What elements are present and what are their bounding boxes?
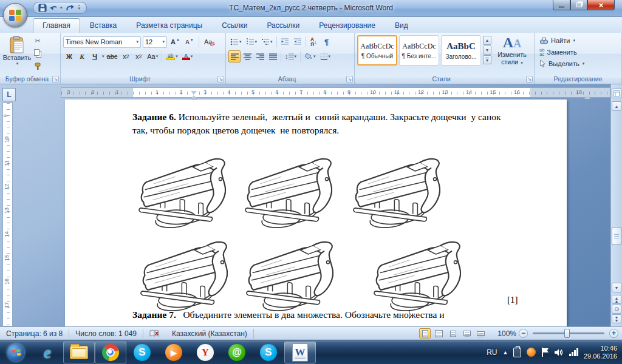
tab-ribbon-3[interactable]: Ссылки: [212, 18, 257, 33]
style-card-normal[interactable]: AaBbCcDc ¶ Обычный: [357, 35, 397, 66]
strikethrough-button[interactable]: abc: [105, 50, 120, 62]
next-page-button[interactable]: ▼▼: [612, 314, 621, 323]
task6-paragraph[interactable]: Задание 6. Используйте зеленый, желтый и…: [132, 110, 533, 137]
increase-indent-button[interactable]: [292, 36, 304, 48]
taskbar-explorer-icon[interactable]: [63, 342, 95, 363]
align-center-button[interactable]: [241, 50, 253, 62]
styles-scroll-down-button[interactable]: ▼: [483, 46, 491, 55]
tab-ribbon-6[interactable]: Вид: [385, 18, 418, 33]
previous-page-button[interactable]: ▲▲: [612, 295, 621, 304]
zoom-in-button[interactable]: +: [609, 329, 618, 338]
sled-drawing[interactable]: [243, 153, 350, 235]
sort-button[interactable]: АЯ ↓: [308, 36, 320, 48]
proofing-status[interactable]: [143, 327, 166, 340]
task7-paragraph[interactable]: Задание 7. Объедините элементы в два мно…: [132, 308, 533, 322]
sled-drawing[interactable]: [138, 236, 245, 318]
format-painter-button[interactable]: [32, 60, 44, 72]
tab-ribbon-1[interactable]: Вставка: [80, 18, 127, 33]
taskbar-start-icon[interactable]: [0, 342, 32, 363]
network-signal-icon[interactable]: [569, 348, 578, 356]
show-hidden-icons-button[interactable]: ▲: [503, 349, 508, 356]
tray-clock[interactable]: 10:46 29.06.2016: [584, 345, 617, 360]
first-line-indent-marker[interactable]: [191, 91, 197, 95]
vertical-ruler[interactable]: 9101112131415161718: [2, 103, 13, 326]
document-page[interactable]: Задание 6. Используйте зеленый, желтый и…: [65, 99, 567, 326]
taskbar-word-icon[interactable]: W: [284, 342, 316, 363]
sled-drawing[interactable]: [137, 153, 244, 235]
justify-button[interactable]: [267, 50, 279, 62]
styles-gallery-expand-button[interactable]: ▼: [483, 55, 491, 64]
font-size-combobox[interactable]: 12 ▾: [143, 36, 167, 48]
tab-ribbon-4[interactable]: Рассылки: [257, 18, 309, 33]
grow-font-button[interactable]: А▲: [169, 36, 182, 48]
sled-drawing[interactable]: [351, 153, 458, 235]
align-right-button[interactable]: [254, 50, 266, 62]
clipboard-dialog-launcher[interactable]: ↘: [52, 76, 59, 83]
cut-button[interactable]: ✂: [32, 35, 44, 47]
volume-icon[interactable]: [554, 348, 564, 357]
action-center-flag-icon[interactable]: [541, 348, 549, 357]
change-styles-button[interactable]: AA Изменить стили ▾: [493, 35, 531, 67]
page-indicator[interactable]: Страница: 6 из 8: [0, 327, 69, 340]
italic-button[interactable]: К: [76, 50, 88, 62]
shading-button[interactable]: ▾: [302, 50, 318, 62]
word-count[interactable]: Число слов: 1 049: [69, 327, 143, 340]
paragraph-dialog-launcher[interactable]: ↘: [346, 76, 353, 83]
scroll-up-button[interactable]: ▲: [612, 101, 621, 111]
bold-button[interactable]: Ж: [63, 50, 75, 62]
language-switcher[interactable]: RU: [487, 348, 497, 357]
replace-button[interactable]: abac Заменить: [537, 46, 619, 58]
style-card-no-spacing[interactable]: AaBbCcDc ¶ Без инте...: [399, 35, 439, 66]
change-case-button[interactable]: Aa▾: [145, 50, 160, 62]
outline-view-button[interactable]: [461, 328, 473, 339]
line-spacing-button[interactable]: ↕ ▾: [283, 50, 298, 62]
print-layout-view-button[interactable]: [419, 328, 431, 339]
numbering-button[interactable]: ▾: [244, 36, 259, 48]
toggle-ruler-button[interactable]: [612, 89, 621, 98]
borders-button[interactable]: ▾: [318, 50, 333, 62]
zoom-slider-track[interactable]: [533, 332, 604, 334]
taskbar-chrome-icon[interactable]: [95, 342, 126, 363]
taskbar-mailru-icon[interactable]: @: [221, 342, 253, 363]
clipboard-tray-icon[interactable]: [513, 348, 521, 357]
sled-drawing[interactable]: [372, 236, 479, 318]
clear-formatting-button[interactable]: Аа: [202, 36, 217, 48]
multilevel-list-button[interactable]: ▾: [259, 36, 275, 48]
restore-button[interactable]: [570, 0, 587, 10]
styles-dialog-launcher[interactable]: ↘: [526, 76, 533, 83]
underline-caret-icon[interactable]: ▾: [102, 54, 104, 59]
decrease-indent-button[interactable]: [279, 36, 291, 48]
find-button[interactable]: Найти▾: [537, 35, 619, 46]
superscript-button[interactable]: x2: [132, 50, 145, 62]
horizontal-ruler[interactable]: 3211234567891011121314151618: [61, 87, 610, 98]
right-indent-marker[interactable]: [584, 95, 590, 99]
paste-button[interactable]: Вставить ▾: [2, 35, 32, 72]
office-button[interactable]: [3, 3, 27, 27]
minimize-button[interactable]: [553, 0, 570, 10]
bullets-button[interactable]: ▾: [228, 36, 244, 48]
taskbar-skype2-icon[interactable]: S: [253, 342, 284, 363]
font-color-button[interactable]: А▾: [180, 50, 195, 62]
styles-scroll-up-button[interactable]: ▲: [483, 36, 491, 45]
taskbar-skype-icon[interactable]: S: [126, 342, 158, 363]
copy-button[interactable]: [32, 47, 44, 59]
antivirus-tray-icon[interactable]: [527, 348, 536, 357]
tab-stop-selector[interactable]: L: [2, 88, 16, 101]
tab-ribbon-2[interactable]: Разметка страницы: [126, 18, 212, 33]
show-marks-button[interactable]: ¶: [321, 36, 333, 48]
zoom-slider-thumb[interactable]: [564, 329, 570, 338]
select-browse-object-button[interactable]: [612, 305, 621, 314]
fullscreen-reading-view-button[interactable]: [433, 328, 445, 339]
taskbar-ie-icon[interactable]: e: [32, 342, 63, 363]
scroll-down-button[interactable]: ▼: [612, 283, 621, 292]
sled-drawing[interactable]: [244, 236, 351, 318]
language-indicator[interactable]: Казахский (Казахстан): [166, 327, 253, 340]
text-highlight-button[interactable]: ab▾: [164, 50, 180, 62]
web-layout-view-button[interactable]: [447, 328, 459, 339]
tab-home[interactable]: Главная: [33, 18, 80, 33]
close-button[interactable]: ×: [587, 0, 615, 10]
zoom-out-button[interactable]: −: [519, 329, 528, 338]
select-button[interactable]: Выделить▾: [537, 58, 619, 69]
tab-ribbon-5[interactable]: Рецензирование: [309, 18, 385, 33]
scrollbar-thumb[interactable]: [612, 227, 621, 245]
